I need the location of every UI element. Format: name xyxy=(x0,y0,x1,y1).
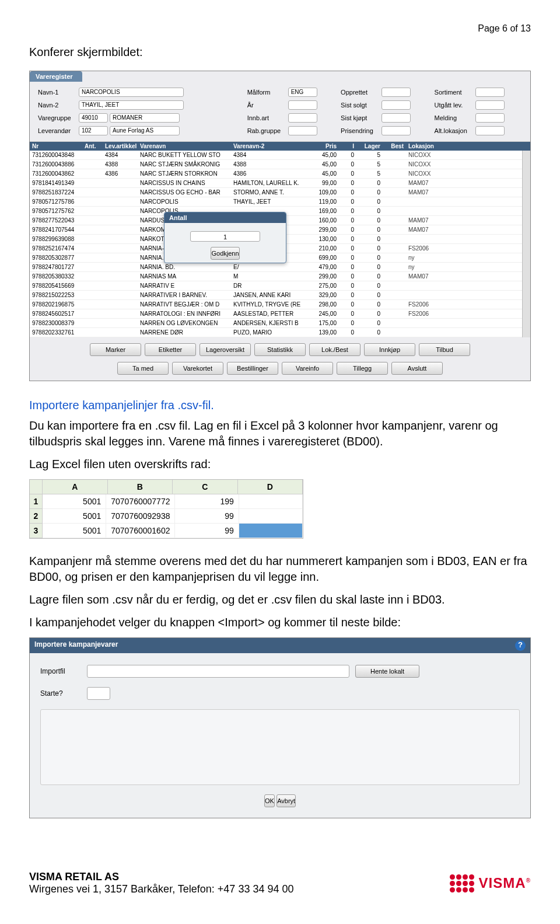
vareinfo-button[interactable]: Vareinfo xyxy=(282,362,333,375)
lbl-rabgruppe: Rab.gruppe xyxy=(245,125,285,137)
dialog-output-panel xyxy=(40,709,520,785)
input-lev-code[interactable]: 102 xyxy=(79,126,108,135)
excel-screenshot: A B C D 15001707076000777219925001707076… xyxy=(29,479,303,539)
input-altlok[interactable] xyxy=(475,126,505,135)
vareregister-screenshot: Vareregister Navn-1 NARCOPOLIS Målform E… xyxy=(29,71,531,381)
lageroversikt-button[interactable]: Lageroversikt xyxy=(200,343,251,356)
vareregister-tab[interactable]: Vareregister xyxy=(30,71,82,82)
input-opprettet[interactable] xyxy=(382,88,411,97)
lbl-opprettet: Opprettet xyxy=(338,86,378,98)
visma-logo: VISMA® xyxy=(450,874,531,892)
excel-row: 150017070760007772199 xyxy=(30,494,303,509)
lbl-malform: Målform xyxy=(245,86,285,98)
paragraph-3: Kampanjenr må stemme overens med det du … xyxy=(29,553,531,585)
input-malform[interactable]: ENG xyxy=(288,88,317,97)
excel-row: 35001707076000160299 xyxy=(30,524,303,538)
lbl-sistsolgt: Sist solgt xyxy=(338,99,378,111)
button-row-2: Ta medVarekortetBestillingerVareinfoTill… xyxy=(30,362,530,381)
tilbud-button[interactable]: Tilbud xyxy=(419,343,470,356)
lbl-navn2: Navn-2 xyxy=(36,99,75,111)
tillegg-button[interactable]: Tillegg xyxy=(337,362,388,375)
input-navn1[interactable]: NARCOPOLIS xyxy=(79,88,184,97)
input-vg-code[interactable]: 49010 xyxy=(79,113,108,123)
bestillinger-button[interactable]: Bestillinger xyxy=(227,362,278,375)
input-innbart[interactable] xyxy=(288,113,317,123)
lbl-leverandor: Leverandør xyxy=(36,125,75,137)
input-sortiment[interactable] xyxy=(475,88,505,97)
input-importfil[interactable] xyxy=(87,665,349,678)
table-row[interactable]: 9788205415669NARRATIV EDR275,0000 xyxy=(30,281,530,291)
table-row[interactable]: 73126000438484384NARC BUKETT YELLOW STO4… xyxy=(30,151,530,160)
paragraph-2: Lag Excel filen uten overskrifts rad: xyxy=(29,456,531,472)
grid-scrollbar[interactable] xyxy=(522,151,530,337)
input-prisendring[interactable] xyxy=(382,126,411,135)
input-ar[interactable] xyxy=(288,100,317,110)
popup-input[interactable]: 1 xyxy=(190,231,260,242)
table-row[interactable]: 9788230008379NARREN OG LØVEKONGENANDERSE… xyxy=(30,319,530,328)
avbryt-button[interactable]: Avbryt xyxy=(276,794,296,807)
lbl-sortiment: Sortiment xyxy=(432,86,472,98)
lbl-importfil: Importfil xyxy=(40,667,81,675)
varekortet-button[interactable]: Varekortet xyxy=(172,362,223,375)
dialog-title: Importere kampanjevarer xyxy=(34,640,118,651)
excel-row: 25001707076009293899 xyxy=(30,509,303,524)
grid-body: Antall 1 Godkjenn 73126000438484384NARC … xyxy=(30,151,530,337)
paragraph-4: Lagre filen som .csv når du er ferdig, o… xyxy=(29,592,531,608)
lokbest-button[interactable]: Lok./Best xyxy=(309,343,360,356)
tamed-button[interactable]: Ta med xyxy=(117,362,169,375)
page-number: Page 6 of 13 xyxy=(29,23,531,34)
input-rabgruppe[interactable] xyxy=(288,126,317,135)
lbl-altlok: Alt.lokasjon xyxy=(432,125,472,137)
lbl-ar: År xyxy=(245,99,285,111)
table-row[interactable]: 9788247801727NARNIA. BD.E/479,0000ny xyxy=(30,263,530,272)
table-row[interactable]: 9788205380332NARNIAS MAM299,0000MAM07 xyxy=(30,272,530,281)
footer-address: Wirgenes vei 1, 3157 Barkåker, Telefon: … xyxy=(29,883,293,895)
paragraph-1: Du kan importere fra en .csv fil. Lag en… xyxy=(29,418,531,449)
etiketter-button[interactable]: Etiketter xyxy=(145,343,196,356)
input-starte[interactable] xyxy=(87,687,110,700)
input-lev-name[interactable]: Aune Forlag AS xyxy=(110,126,180,135)
excel-col-b: B xyxy=(108,480,173,494)
antall-popup: Antall 1 Godkjenn xyxy=(164,212,286,263)
table-row[interactable]: 73126000438864388NARC STJÆRN SMÅKRONIG43… xyxy=(30,160,530,169)
hente-lokalt-button[interactable]: Hente lokalt xyxy=(355,665,419,678)
lbl-prisendring: Prisendring xyxy=(338,125,378,137)
lbl-melding: Melding xyxy=(432,112,472,124)
table-row[interactable]: 9788251837224NARCISSUS OG ECHO - BARSTOR… xyxy=(30,188,530,197)
lbl-varegruppe: Varegruppe xyxy=(36,112,75,124)
heading-konferer: Konferer skjermbildet: xyxy=(29,46,531,59)
excel-col-d: D xyxy=(238,480,303,494)
excel-col-c: C xyxy=(173,480,238,494)
footer-company: VISMA RETAIL AS xyxy=(29,871,119,883)
lbl-starte: Starte? xyxy=(40,689,81,698)
table-row[interactable]: 9788245602517NARRATOLOGI : EN INNFØRIAAS… xyxy=(30,309,530,319)
table-row[interactable]: 9788215022253NARRATIVER I BARNEV.JANSEN,… xyxy=(30,291,530,300)
help-icon[interactable] xyxy=(515,640,526,651)
input-melding[interactable] xyxy=(475,113,505,123)
import-dialog-screenshot: Importere kampanjevarer Importfil Hente … xyxy=(29,637,531,818)
avslutt-button[interactable]: Avslutt xyxy=(391,362,443,375)
lbl-navn1: Navn-1 xyxy=(36,86,75,98)
ok-button[interactable]: OK xyxy=(264,794,275,807)
statistikk-button[interactable]: Statistikk xyxy=(254,343,306,356)
input-vg-name[interactable]: ROMANER xyxy=(110,113,180,123)
lbl-innbart: Innb.art xyxy=(245,112,285,124)
table-row[interactable]: 9788202196875NARRATIVT BEGJÆR : OM DKVIT… xyxy=(30,300,530,309)
popup-ok-button[interactable]: Godkjenn xyxy=(211,247,239,260)
paragraph-5: I kampanjehodet velger du knappen <Impor… xyxy=(29,615,531,630)
input-sistsolgt[interactable] xyxy=(382,100,411,110)
table-row[interactable]: 9781841491349NARCISSUS IN CHAINSHAMILTON… xyxy=(30,179,530,188)
button-row-1: MarkerEtiketterLageroversiktStatistikkLo… xyxy=(30,337,530,362)
marker-button[interactable]: Marker xyxy=(90,343,141,356)
input-utgattlev[interactable] xyxy=(475,100,505,110)
visma-dots-icon xyxy=(450,874,475,892)
grid-header: Nr Ant. Lev.artikkel Varenavn Varenavn-2… xyxy=(30,142,530,151)
table-row[interactable]: 73126000438624386NARC STJÆRN STORKRON438… xyxy=(30,169,530,179)
input-navn2[interactable]: THAYIL, JEET xyxy=(79,100,184,110)
input-sistkjopt[interactable] xyxy=(382,113,411,123)
innkjp-button[interactable]: Innkjøp xyxy=(364,343,415,356)
table-row[interactable]: 9788202332761NARRENE DØRPUZO, MARIO139,0… xyxy=(30,328,530,337)
excel-col-a: A xyxy=(43,480,108,494)
section-title-import: Importere kampanjelinjer fra .csv-fil. xyxy=(29,399,531,412)
table-row[interactable]: 9780571275786NARCOPOLISTHAYIL, JEET119,0… xyxy=(30,197,530,207)
